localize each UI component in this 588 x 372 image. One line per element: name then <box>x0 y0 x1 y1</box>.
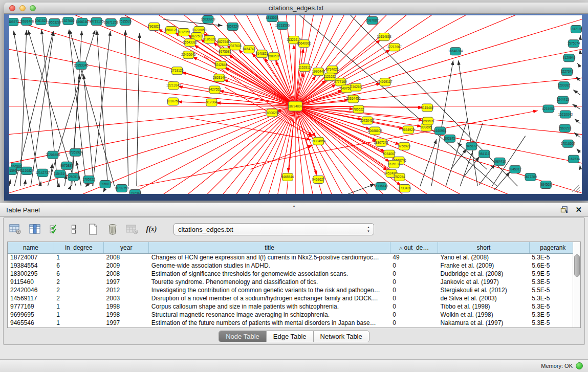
select-columns-icon[interactable] <box>28 223 41 236</box>
graph-node[interactable]: 7515526 <box>119 18 132 26</box>
graph-node[interactable]: 1162813 <box>298 64 311 72</box>
graph-node[interactable]: 2405572 <box>9 18 19 26</box>
column-header-short[interactable]: short <box>438 242 530 253</box>
create-table-icon[interactable] <box>86 223 100 236</box>
graph-node[interactable]: 9227343 <box>561 68 574 76</box>
graph-edge[interactable] <box>577 63 580 68</box>
graph-node[interactable]: 16671358 <box>104 19 119 27</box>
graph-edge[interactable] <box>9 180 10 186</box>
graph-node[interactable]: 6734023 <box>326 66 339 74</box>
graph-node[interactable]: 20364456 <box>346 95 361 103</box>
graph-edge[interactable] <box>572 104 580 109</box>
graph-edge[interactable] <box>137 33 140 186</box>
graph-edge[interactable] <box>295 50 390 106</box>
graph-node[interactable]: 984116 <box>479 150 490 158</box>
graph-node[interactable]: 19384554 <box>311 137 326 145</box>
resize-grip-icon[interactable] <box>572 185 580 193</box>
table-row[interactable]: 946554611997Estimation of the future num… <box>8 319 577 327</box>
graph-node[interactable]: 1795722 <box>82 176 95 183</box>
float-panel-icon[interactable] <box>560 206 568 213</box>
row-height-icon[interactable] <box>67 223 80 236</box>
graph-node[interactable]: 945677 <box>466 142 477 150</box>
graph-node[interactable]: 20853346 <box>74 62 89 70</box>
graph-node[interactable]: 7963822 <box>148 23 161 31</box>
graph-node[interactable]: 17359924 <box>68 148 83 156</box>
graph-node[interactable]: 9245012 <box>509 165 521 173</box>
table-row[interactable]: 1872400712008Changes of HCN gene express… <box>8 253 577 261</box>
graph-node[interactable]: 9654923 <box>402 126 415 134</box>
graph-node[interactable]: 12213967 <box>387 43 402 51</box>
graph-node[interactable]: 8427552 <box>208 86 221 94</box>
graph-edge[interactable] <box>580 165 580 168</box>
graph-node[interactable]: 252254 <box>394 173 405 181</box>
graph-edge[interactable] <box>40 182 41 186</box>
tab-edge-table[interactable]: Edge Table <box>267 331 314 342</box>
graph-node[interactable]: 9175685 <box>219 48 231 56</box>
table-panel-titlebar[interactable]: ▴ Table Panel ✕ <box>0 203 588 217</box>
graph-node[interactable]: 10719195 <box>90 18 104 26</box>
network-canvas-svg[interactable]: 2405572206914062061525105532871527602646… <box>9 15 582 194</box>
graph-edge[interactable] <box>97 30 107 186</box>
graph-node[interactable]: 18724007 <box>288 101 303 111</box>
graph-edge[interactable] <box>348 15 517 186</box>
graph-node[interactable]: 993845 <box>445 135 456 142</box>
graph-node[interactable]: 9129946 <box>563 54 576 62</box>
table-selector[interactable]: citations_edges.txt ▲▼ <box>173 223 374 235</box>
graph-node[interactable]: 2061525 <box>35 17 48 25</box>
delete-entries-icon[interactable] <box>106 223 119 236</box>
graph-edge[interactable] <box>451 149 467 169</box>
graph-node[interactable]: 1640954 <box>434 127 447 135</box>
column-header-in_degree[interactable]: in_degree <box>54 242 103 253</box>
table-row[interactable]: 969969511998Structural magnetic resonanc… <box>8 311 577 319</box>
graph-edge[interactable] <box>288 106 295 172</box>
graph-node[interactable]: 2087682 <box>366 17 379 25</box>
table-row[interactable]: 911546021997Tourette syndrome. Phenomeno… <box>8 278 577 286</box>
graph-node[interactable]: 9463627 <box>312 176 325 183</box>
window-titlebar[interactable]: citations_edges.txt <box>4 3 588 14</box>
function-builder-icon[interactable]: f(x) <box>145 223 158 236</box>
graph-node[interactable]: 1588520 <box>268 53 280 60</box>
graph-edge[interactable] <box>83 74 94 186</box>
graph-node[interactable]: 19218596 <box>275 22 290 30</box>
graph-node[interactable]: 9084067 <box>383 150 396 158</box>
graph-node[interactable]: 9465546 <box>281 173 294 181</box>
column-visibility-icon[interactable] <box>48 223 61 236</box>
delete-table-icon[interactable] <box>125 223 139 236</box>
table-row[interactable]: 2242004622012Investigating the contribut… <box>8 286 577 294</box>
column-header-out_degree[interactable]: △out_de… <box>390 242 438 253</box>
table-row[interactable]: 977716911998Corpus callosum shape and si… <box>8 302 577 311</box>
graph-node[interactable]: 9699695 <box>422 117 434 125</box>
graph-node[interactable]: 16782759 <box>115 184 129 192</box>
graph-node[interactable]: 1244415 <box>557 96 570 104</box>
graph-edge[interactable] <box>479 164 495 185</box>
graph-node[interactable]: 16543382 <box>183 39 198 47</box>
graph-node[interactable]: 16210643 <box>558 111 573 118</box>
graph-node[interactable]: 917004 <box>206 99 217 106</box>
graph-node[interactable]: 1527602 <box>62 17 75 25</box>
column-header-pagerank[interactable]: pagerank <box>529 242 576 253</box>
graph-node[interactable]: 2718126 <box>171 67 184 75</box>
graph-node[interactable]: 1154519 <box>54 170 67 178</box>
graph-node[interactable]: 1575074 <box>568 40 580 48</box>
vertical-scrollbar[interactable] <box>573 242 580 327</box>
graph-node[interactable]: 9146821 <box>255 50 268 58</box>
graph-edge[interactable] <box>194 45 295 106</box>
graph-node[interactable]: 1984410 <box>493 158 506 165</box>
graph-node[interactable]: 12142737 <box>35 169 50 177</box>
graph-node[interactable]: 8912955 <box>178 29 190 36</box>
table-row[interactable]: 946362711997Embryonic stem cells: a mode… <box>8 327 577 327</box>
graph-node[interactable]: 20691406 <box>19 18 34 26</box>
table-settings-icon[interactable] <box>9 223 22 236</box>
graph-node[interactable]: 9242848 <box>214 61 227 69</box>
graph-node[interactable]: 8186328 <box>203 36 216 43</box>
graph-node[interactable]: 1810755 <box>167 98 180 105</box>
graph-node[interactable]: 1292344 <box>129 189 142 194</box>
tab-node-table[interactable]: Node Table <box>219 331 267 342</box>
graph-node[interactable]: 9115460 <box>421 104 434 112</box>
graph-node[interactable]: 391593 <box>9 167 17 174</box>
graph-node[interactable]: 1209382 <box>558 82 571 90</box>
graph-edge[interactable] <box>573 90 580 95</box>
graph-node[interactable]: 22420046 <box>181 51 196 59</box>
graph-node[interactable]: 8813054 <box>266 15 279 22</box>
graph-edge[interactable] <box>494 172 510 190</box>
